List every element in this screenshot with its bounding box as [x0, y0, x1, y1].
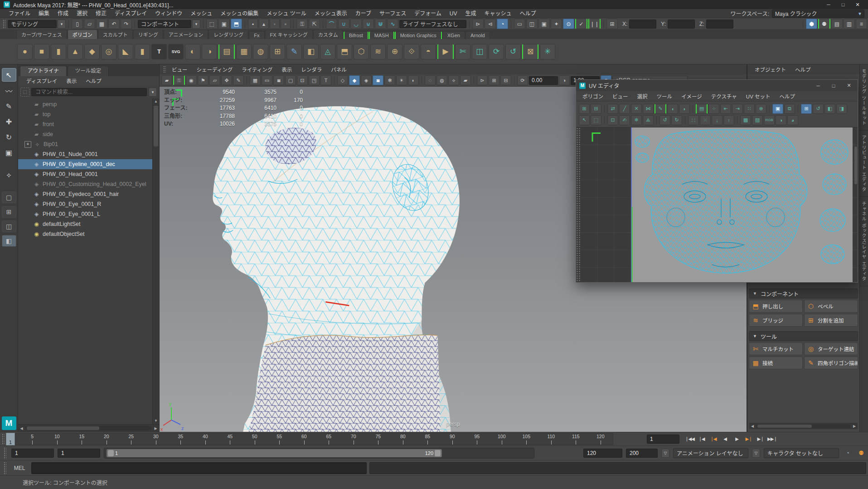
save-scene-icon[interactable] [96, 19, 107, 29]
menu-select[interactable]: 選択 [73, 9, 92, 18]
select-component-icon[interactable] [231, 19, 242, 29]
poly-type-icon[interactable] [151, 44, 167, 59]
outliner-item-nude[interactable]: PHW_01_Nude_0001 [18, 149, 159, 159]
timeline-playhead[interactable]: 1 [6, 433, 15, 445]
step-forward-frame-button[interactable] [755, 434, 766, 444]
drag-handle[interactable] [3, 461, 6, 474]
uv-distortion-icon[interactable] [752, 115, 763, 125]
append-face-icon[interactable] [387, 44, 402, 59]
poly-cylinder-icon[interactable] [51, 44, 66, 59]
extrude-icon[interactable] [337, 44, 352, 59]
toolbox-toggle-icon[interactable] [588, 19, 601, 29]
x-coordinate-input[interactable] [629, 20, 656, 29]
drag-handle[interactable] [576, 127, 581, 282]
rotate-tool-icon[interactable] [2, 131, 16, 143]
play-forwards-button[interactable] [731, 434, 742, 444]
viewport-menu-show[interactable]: 表示 [277, 66, 296, 73]
snap-to-view-plane-icon[interactable] [375, 19, 386, 29]
outliner-item-eyedeco[interactable]: PHW_00_Eyedeco_0001_hair [18, 189, 159, 199]
menu-create[interactable]: 作成 [53, 9, 73, 18]
new-scene-icon[interactable] [72, 19, 83, 29]
menu-set-arrow-icon[interactable] [58, 20, 66, 29]
uv-grab-tool-icon[interactable] [655, 104, 666, 114]
outliner-item-default-object-set[interactable]: defaultObjectSet [18, 229, 159, 239]
timeline-track[interactable]: 5 10 15 20 25 30 35 40 45 50 55 60 65 70… [15, 433, 613, 445]
menu-cache[interactable]: キャッシュ [480, 9, 516, 18]
shelf-tab-bifrost[interactable]: Bifrost [344, 31, 369, 39]
snap-to-grid-icon[interactable] [326, 19, 337, 29]
uv-menu-help[interactable]: ヘルプ [775, 93, 800, 100]
range-end-handle[interactable] [435, 450, 441, 456]
uv-editor-title-bar[interactable]: UV エディタ [576, 80, 858, 91]
scrollbar-thumb[interactable] [154, 106, 158, 147]
poly-cube-icon[interactable] [34, 44, 49, 59]
highlight-selection-icon[interactable] [309, 19, 320, 29]
shadows-icon[interactable] [408, 75, 419, 85]
input-operations-icon[interactable] [472, 19, 484, 29]
quad-draw-icon[interactable] [286, 44, 302, 59]
render-settings-icon[interactable] [551, 19, 562, 29]
uv-sew-icon[interactable] [643, 104, 654, 114]
shelf-tab-custom[interactable]: カスタム [313, 29, 343, 39]
viewport-menu-shading[interactable]: シェーディング [192, 66, 238, 73]
menu-modify[interactable]: 修正 [92, 9, 111, 18]
uv-match-icon[interactable] [756, 104, 766, 114]
smooth-shade-icon[interactable] [349, 75, 360, 85]
safe-action-icon[interactable] [309, 75, 320, 85]
uv-distribute-icon[interactable] [744, 104, 755, 114]
mask-hulls-icon[interactable] [281, 19, 291, 29]
search-filter-icon[interactable] [20, 88, 29, 97]
2d-pan-zoom-icon[interactable] [221, 75, 232, 85]
uv-menu-image[interactable]: イメージ [677, 93, 707, 100]
layout-persp-outliner-icon[interactable] [2, 220, 16, 232]
resolution-gate-icon[interactable] [273, 75, 284, 85]
gate-mask-icon[interactable] [285, 75, 296, 85]
output-operations-icon[interactable] [485, 19, 496, 29]
multi-cut-icon[interactable] [455, 44, 470, 59]
uv-pixel-snap-icon[interactable] [813, 104, 824, 114]
uv-lattice-tool-icon[interactable] [579, 104, 590, 114]
multi-cut-button[interactable]: マルチカット [749, 342, 803, 355]
step-back-key-button[interactable] [708, 434, 719, 444]
z-coordinate-input[interactable] [706, 20, 733, 29]
exposure-icon[interactable] [517, 75, 528, 85]
combine-icon[interactable] [218, 44, 235, 59]
grid-options-icon[interactable] [606, 19, 618, 29]
image-plane-icon[interactable] [209, 75, 220, 85]
shelf-tab-rigging[interactable]: リギング [133, 29, 163, 39]
svg-tool-icon[interactable] [168, 44, 184, 59]
extrude-button[interactable]: 押し出し [749, 300, 803, 313]
outliner-item-default-light-set[interactable]: defaultLightSet [18, 219, 159, 229]
outliner-item-customizing-head[interactable]: PHW_00_Customizing_Head_0002_Eyel [18, 179, 159, 189]
tab-channel-box[interactable]: チャネル ボックス/レイヤ エディタ [860, 197, 868, 286]
outliner-item-eyeline-selected[interactable]: PHW_00_Eyeline_0001_dec [18, 159, 159, 169]
range-slider-track[interactable]: 1 120 [104, 448, 534, 459]
animation-layer-selector[interactable]: アニメーション レイヤなし [673, 448, 748, 458]
menu-edit[interactable]: 編集 [34, 9, 53, 18]
uv-display-image-icon[interactable] [772, 104, 783, 114]
boolean-union-icon[interactable] [185, 44, 200, 59]
ipr-render-icon[interactable] [538, 19, 550, 29]
lighting-icon[interactable] [396, 75, 407, 85]
uv-menu-polygons[interactable]: ポリゴン [578, 93, 608, 100]
humanik-toggle-icon[interactable] [818, 19, 830, 29]
bevel-icon[interactable] [354, 44, 369, 59]
components-section-header[interactable]: コンポーネント [749, 289, 858, 298]
uv-unstack-shells-icon[interactable] [700, 115, 711, 125]
boolean-difference-icon[interactable] [202, 44, 217, 59]
make-live-icon[interactable] [387, 19, 398, 29]
menu-mesh-display[interactable]: メッシュ表示 [310, 9, 351, 18]
scrollbar-thumb[interactable] [27, 426, 99, 430]
uv-editor-window[interactable]: UV エディタ ポリゴン ビュー 選択 ツール イメージ テクスチャ UV セッ… [576, 79, 858, 283]
xray-icon[interactable] [425, 75, 436, 85]
poly-sphere-icon[interactable] [17, 44, 33, 59]
playback-range-bar[interactable]: 1 120 [107, 449, 442, 457]
triangulate-icon[interactable] [320, 44, 335, 59]
outliner-item-top[interactable]: top [18, 109, 159, 119]
uv-align-up-icon[interactable] [723, 115, 734, 125]
command-input[interactable] [31, 462, 367, 474]
wireframe-on-shaded-icon[interactable] [361, 75, 372, 85]
uv-snapshot-icon[interactable] [607, 115, 618, 125]
isolate-remove-icon[interactable] [500, 75, 511, 85]
outliner-horizontal-scrollbar[interactable] [18, 424, 159, 432]
